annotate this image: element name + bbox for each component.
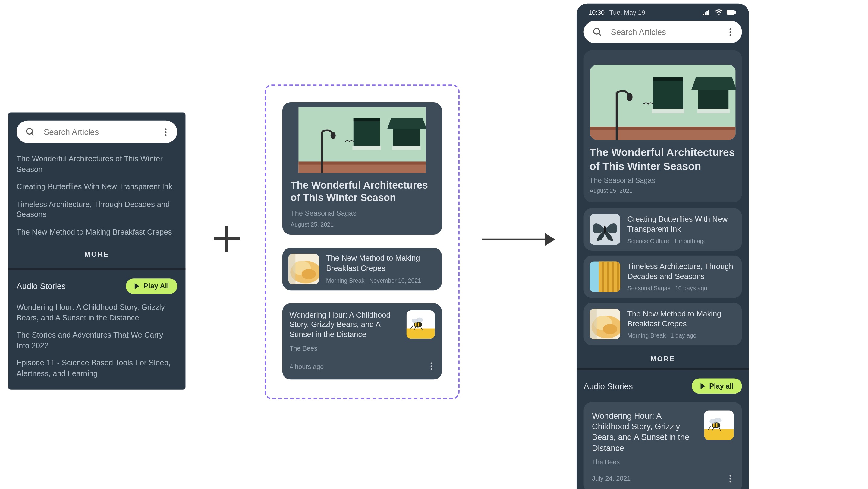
audio-link[interactable]: Wondering Hour: A Childhood Story, Grizz…	[17, 302, 177, 323]
card-date: July 24, 2021	[592, 475, 630, 482]
card-date: November 10, 2021	[369, 277, 421, 284]
card-title: Wondering Hour: A Childhood Story, Grizz…	[289, 310, 399, 340]
card-source: Seasonal Sagas	[627, 285, 671, 292]
article-link[interactable]: The New Method to Making Breakfast Crepe…	[17, 227, 177, 237]
audio-card-list: Wondering Hour: A Childhood Story, Grizz…	[584, 402, 742, 489]
section-divider	[8, 268, 185, 270]
article-link[interactable]: Creating Butterflies With New Transparen…	[17, 181, 177, 192]
row-article-card[interactable]: The New Method to Making Breakfast Crepe…	[584, 303, 742, 345]
thumbnail	[590, 214, 620, 245]
overflow-menu-icon[interactable]	[428, 360, 435, 373]
search-bar[interactable]	[17, 121, 177, 143]
status-time: 10:30	[588, 9, 604, 16]
article-link[interactable]: The Wonderful Architectures of This Wint…	[17, 154, 177, 175]
row-article-card[interactable]: Timeless Architecture, Through Decades a…	[584, 256, 742, 298]
hero-image	[282, 102, 442, 173]
svg-point-34	[27, 128, 32, 134]
audio-link[interactable]: The Stories and Adventures That We Carry…	[17, 330, 177, 351]
search-bar[interactable]	[584, 21, 742, 43]
style-cards-panel: The Wonderful Architectures of This Wint…	[265, 84, 460, 399]
svg-marker-36	[135, 283, 140, 289]
hero-source: The Seasonal Sagas	[290, 209, 433, 217]
svg-rect-43	[707, 11, 708, 16]
card-time: 1 month ago	[674, 238, 707, 244]
wifi-icon	[715, 9, 723, 16]
hero-image	[590, 64, 736, 140]
svg-marker-50	[701, 383, 705, 389]
audio-section-header: Audio Stories Play all	[584, 378, 742, 394]
hero-title: The Wonderful Architectures of This Wint…	[290, 179, 433, 204]
audio-section-header: Audio Stories Play All	[17, 279, 177, 294]
audio-link[interactable]: Episode 11 - Science Based Tools For Sle…	[17, 358, 177, 379]
svg-line-35	[32, 133, 34, 136]
svg-rect-44	[708, 10, 710, 16]
plus-icon	[210, 222, 244, 256]
hero-date: August 25, 2021	[590, 187, 736, 194]
result-phone-panel: 10:30 Tue, May 19 The Wonderful Architec…	[577, 4, 749, 489]
svg-rect-41	[703, 13, 704, 16]
card-source: The Bees	[592, 458, 697, 465]
card-time: 4 hours ago	[289, 363, 324, 370]
article-link-list: The Wonderful Architectures of This Wint…	[17, 154, 177, 237]
wide-audio-card[interactable]: Wondering Hour: A Childhood Story, Grizz…	[584, 402, 742, 489]
audio-section-title: Audio Stories	[17, 282, 66, 291]
status-date: Tue, May 19	[610, 9, 645, 16]
card-source: The Bees	[289, 345, 399, 352]
wide-audio-card[interactable]: Wondering Hour: A Childhood Story, Grizz…	[282, 303, 442, 380]
hero-source: The Seasonal Sagas	[590, 176, 736, 184]
overflow-menu-icon[interactable]	[727, 26, 734, 38]
svg-rect-46	[727, 10, 735, 15]
play-icon	[134, 283, 140, 289]
card-title: The New Method to Making Breakfast Crepe…	[326, 254, 436, 274]
search-icon	[25, 126, 35, 137]
play-all-button[interactable]: Play all	[691, 378, 742, 394]
thumbnail	[288, 253, 319, 284]
thumbnail	[590, 261, 620, 292]
svg-point-48	[594, 28, 599, 34]
thumbnail	[406, 310, 435, 339]
search-input[interactable]	[611, 27, 719, 36]
svg-rect-47	[735, 11, 736, 13]
article-link[interactable]: Timeless Architecture, Through Decades a…	[17, 199, 177, 220]
play-all-label: Play All	[144, 282, 169, 290]
card-time: 10 days ago	[675, 285, 707, 292]
overflow-menu-icon[interactable]	[162, 126, 169, 138]
row-article-card[interactable]: The New Method to Making Breakfast Crepe…	[282, 247, 442, 290]
card-source: Morning Break	[627, 333, 666, 339]
hero-article-card[interactable]: The Wonderful Architectures of This Wint…	[282, 102, 442, 234]
card-title: Creating Butterflies With New Transparen…	[627, 214, 736, 234]
card-time: 1 day ago	[671, 333, 696, 339]
signal-icon	[703, 9, 711, 16]
svg-line-49	[599, 33, 601, 36]
hero-article-card[interactable]: The Wonderful Architectures of This Wint…	[584, 50, 742, 202]
search-input[interactable]	[44, 127, 154, 136]
svg-marker-40	[545, 233, 555, 246]
row-article-card[interactable]: Creating Butterflies With New Transparen…	[584, 208, 742, 251]
lowfi-panel: The Wonderful Architectures of This Wint…	[8, 112, 185, 389]
play-icon	[700, 383, 706, 389]
card-title: The New Method to Making Breakfast Crepe…	[627, 309, 736, 329]
play-all-button[interactable]: Play All	[126, 279, 177, 294]
status-bar: 10:30 Tue, May 19	[584, 4, 742, 21]
card-source: Science Culture	[627, 238, 669, 244]
section-divider	[577, 368, 749, 370]
overflow-menu-icon[interactable]	[727, 472, 734, 485]
play-all-label: Play all	[709, 382, 734, 390]
hero-title: The Wonderful Architectures of This Wint…	[590, 146, 736, 173]
thumbnail	[704, 410, 734, 440]
search-icon	[592, 27, 602, 37]
article-card-list: Creating Butterflies With New Transparen…	[584, 208, 742, 345]
more-button[interactable]: MORE	[17, 250, 177, 259]
thumbnail	[590, 309, 620, 339]
card-title: Wondering Hour: A Childhood Story, Grizz…	[592, 410, 697, 453]
audio-section-title: Audio Stories	[584, 381, 632, 391]
svg-point-45	[718, 13, 720, 15]
audio-link-list: Wondering Hour: A Childhood Story, Grizz…	[17, 302, 177, 379]
battery-icon	[727, 9, 737, 16]
hero-date: August 25, 2021	[290, 221, 433, 227]
arrow-icon	[481, 230, 555, 248]
svg-rect-42	[705, 12, 706, 16]
card-title: Timeless Architecture, Through Decades a…	[627, 262, 736, 282]
card-source: Morning Break	[326, 277, 364, 284]
more-button[interactable]: MORE	[584, 355, 742, 363]
